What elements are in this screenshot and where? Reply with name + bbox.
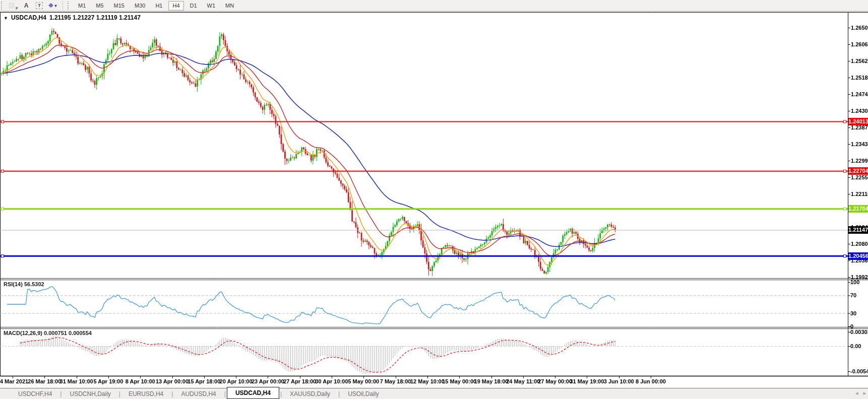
- date-axis-label: 3 Jun 10:00: [604, 378, 634, 384]
- shapes-dropdown-caret[interactable]: ▾: [54, 4, 56, 8]
- shapes-glyph: ❖: [48, 2, 54, 9]
- timeframe-button-m30[interactable]: M30: [131, 1, 149, 11]
- symbol-tabbar: USDCHF,H4|USDCNH,Daily|EURUSD,H4|AUDUSD,…: [0, 388, 868, 399]
- date-axis-label: 27 May 00:00: [538, 378, 572, 384]
- timeframe-button-m15[interactable]: M15: [110, 1, 129, 11]
- tab-eurusd-h4[interactable]: EURUSD,H4: [121, 389, 170, 398]
- tab-usoil-daily[interactable]: USOil,Daily: [341, 389, 386, 398]
- tab-scroll-right-icon[interactable]: ▸: [863, 390, 866, 396]
- date-axis-label: 7 May 18:00: [380, 378, 411, 384]
- text-label-glyph: T: [36, 2, 43, 9]
- date-axis-label: 31 May 19:00: [570, 378, 604, 384]
- tab-xauusd-daily[interactable]: XAUUSD,Daily: [283, 389, 337, 398]
- timeframe-button-m1[interactable]: M1: [74, 1, 90, 11]
- date-axis-label: 8 Apr 10:00: [126, 378, 155, 384]
- date-axis-label: 31 Mar 10:00: [60, 378, 93, 384]
- date-axis-label: 23 Apr 00:00: [252, 378, 284, 384]
- mt4-terminal: { "window": {"width": 1722, "height": 79…: [0, 0, 868, 399]
- toolbar-separator: [63, 2, 63, 10]
- grid-dots: [9, 3, 15, 8]
- date-axis-label: 15 Apr 18:00: [188, 378, 220, 384]
- grid-f-label: F: [16, 6, 18, 11]
- timeframe-button-m5[interactable]: M5: [92, 1, 107, 11]
- arrow-text-icon[interactable]: A: [21, 1, 31, 11]
- date-axis-label: 12 May 10:00: [410, 378, 445, 384]
- tab-scroll-arrows: ◂ ▸: [855, 390, 866, 396]
- date-axis-label: 24 Mar 2021: [0, 378, 28, 384]
- tab-usdcad-h4[interactable]: USDCAD,H4: [227, 387, 279, 399]
- text-label-icon[interactable]: T: [34, 1, 44, 11]
- timeframe-button-group: M1M5M15M30H1H4D1W1MN: [73, 1, 239, 11]
- date-axis-label: 8 Jun 00:00: [636, 378, 666, 384]
- date-axis-label: 5 Apr 19:00: [93, 378, 123, 384]
- tab-list: USDCHF,H4|USDCNH,Daily|EURUSD,H4|AUDUSD,…: [11, 389, 386, 399]
- crosshair-grid-icon[interactable]: F: [8, 2, 18, 10]
- date-axis-label: 27 Apr 18:00: [283, 378, 316, 384]
- date-axis-label: 26 Mar 18:00: [28, 378, 61, 384]
- tab-usdcnh-daily[interactable]: USDCNH,Daily: [63, 389, 117, 398]
- tab-separator: |: [60, 390, 61, 397]
- date-axis-label: 30 Apr 10:00: [315, 378, 348, 384]
- timeframe-button-h1[interactable]: H1: [151, 1, 166, 11]
- tab-scroll-left-icon[interactable]: ◂: [855, 390, 858, 396]
- tab-separator: |: [338, 390, 340, 397]
- tab-separator: |: [280, 390, 282, 397]
- date-axis-label: 24 May 11:00: [506, 378, 540, 384]
- toolbar-grip[interactable]: [1, 2, 4, 10]
- date-axis-label: 13 Apr 00:00: [156, 378, 189, 384]
- date-axis-label: 5 May 00:00: [348, 378, 379, 384]
- price-chart-canvas[interactable]: [0, 12, 868, 378]
- tab-separator: |: [171, 390, 173, 397]
- timeframe-button-d1[interactable]: D1: [186, 1, 201, 11]
- tab-audusd-h4[interactable]: AUDUSD,H4: [174, 389, 223, 398]
- tab-usdchf-h4[interactable]: USDCHF,H4: [11, 389, 59, 398]
- date-axis-label: 20 Apr 10:00: [220, 378, 253, 384]
- timeframe-button-h4[interactable]: H4: [168, 1, 183, 11]
- toolbar-grip-2[interactable]: [68, 2, 71, 10]
- timeframe-button-w1[interactable]: W1: [203, 1, 220, 11]
- timeframe-button-mn[interactable]: MN: [221, 1, 238, 11]
- tab-separator: |: [224, 390, 226, 397]
- date-axis-label: 19 May 18:00: [474, 378, 509, 384]
- date-axis-label: 15 May 00:00: [442, 378, 476, 384]
- tab-separator: |: [119, 390, 120, 397]
- top-toolbar: F A T ❖ ▾ M1M5M15M30H1H4D1W1MN: [0, 0, 868, 12]
- shapes-icon[interactable]: ❖ ▾: [47, 1, 57, 11]
